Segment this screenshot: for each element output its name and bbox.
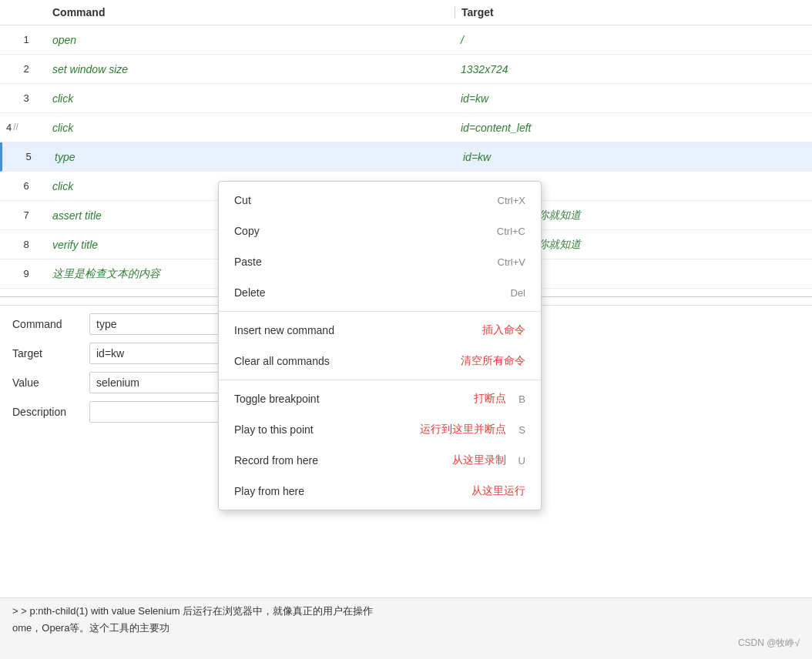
row-command-3: click: [46, 92, 455, 105]
status-line-1: > > p:nth-child(1) with value Selenium 后…: [12, 604, 800, 618]
menu-item-toggle-breakpoint[interactable]: Toggle breakpoint 打断点 B: [219, 383, 541, 414]
table-header: Command Target: [0, 0, 812, 25]
delete-label: Delete: [234, 286, 265, 299]
copy-label: Copy: [234, 225, 260, 237]
record-from-here-right: 从这里录制 U: [452, 453, 525, 467]
col-target-header: Target: [455, 6, 812, 18]
toggle-breakpoint-right: 打断点 B: [474, 392, 525, 406]
toggle-breakpoint-cn: 打断点: [474, 392, 506, 406]
col-command-header: Command: [46, 6, 455, 18]
toggle-breakpoint-label: Toggle breakpoint: [234, 393, 320, 405]
menu-item-paste[interactable]: Paste Ctrl+V: [219, 246, 541, 277]
row-target-4: id=content_left: [455, 122, 812, 134]
menu-divider-2: [219, 380, 541, 380]
insert-label: Insert new command: [234, 324, 334, 336]
table-row[interactable]: 1 open /: [0, 25, 812, 55]
table-row[interactable]: 2 set window size 1332x724: [0, 55, 812, 84]
row-num-3: 3: [0, 92, 46, 104]
watermark: CSDN @牧峥√: [738, 637, 800, 650]
menu-item-clear[interactable]: Clear all commands 清空所有命令: [219, 346, 541, 376]
menu-item-copy[interactable]: Copy Ctrl+C: [219, 216, 541, 246]
paste-shortcut: Ctrl+V: [498, 256, 525, 268]
menu-item-cut[interactable]: Cut Ctrl+X: [219, 185, 541, 216]
row-num-9: 9: [0, 268, 46, 279]
play-to-point-cn: 运行到这里并断点: [420, 423, 506, 437]
command-label: Command: [12, 318, 89, 330]
row-target-2: 1332x724: [455, 63, 812, 75]
menu-item-record-from-here[interactable]: Record from here 从这里录制 U: [219, 445, 541, 476]
row-command-1: open: [46, 34, 455, 46]
copy-shortcut: Ctrl+C: [497, 226, 525, 237]
status-line-2: ome，Opera等。这个工具的主要功: [12, 621, 800, 635]
play-from-here-label: Play from here: [234, 485, 304, 497]
row-num-4: 4 //: [0, 122, 46, 133]
clear-label-cn: 清空所有命令: [461, 354, 525, 368]
row-target-5: id=kw: [457, 151, 812, 163]
row-num-2: 2: [0, 63, 46, 75]
table-row[interactable]: 3 click id=kw: [0, 84, 812, 113]
row-num-7: 7: [0, 209, 46, 221]
row-target-3: id=kw: [455, 92, 812, 105]
menu-item-play-to-point[interactable]: Play to this point 运行到这里并断点 S: [219, 414, 541, 445]
value-label: Value: [12, 376, 89, 389]
record-from-here-label: Record from here: [234, 454, 318, 467]
play-to-point-label: Play to this point: [234, 423, 314, 436]
col-num-header: [0, 6, 46, 18]
play-from-here-cn: 从这里运行: [471, 484, 525, 498]
record-from-here-key: U: [518, 455, 525, 467]
cut-shortcut: Ctrl+X: [498, 195, 525, 206]
row-num-8: 8: [0, 239, 46, 250]
row-num-6: 6: [0, 180, 46, 192]
description-label: Description: [12, 406, 89, 418]
table-row[interactable]: 4 // click id=content_left: [0, 113, 812, 142]
delete-shortcut: Del: [510, 287, 525, 299]
play-to-point-key: S: [518, 424, 525, 436]
menu-item-insert[interactable]: Insert new command 插入命令: [219, 315, 541, 346]
target-label: Target: [12, 347, 89, 360]
cut-label: Cut: [234, 194, 251, 206]
context-menu: Cut Ctrl+X Copy Ctrl+C Paste Ctrl+V Dele…: [218, 181, 542, 510]
table-row-highlighted[interactable]: 5 type id=kw: [0, 142, 812, 172]
menu-item-play-from-here[interactable]: Play from here 从这里运行: [219, 476, 541, 507]
status-text-after: 后运行在浏览器中，就像真正的用户在操作: [183, 605, 373, 617]
row-num-1: 1: [0, 34, 46, 45]
status-prompt-symbol: >: [12, 605, 21, 617]
paste-label: Paste: [234, 256, 262, 268]
status-text-1: > p:nth-child(1) with value Selenium: [21, 605, 180, 617]
status-bar: > > p:nth-child(1) with value Selenium 后…: [0, 597, 812, 659]
menu-divider-1: [219, 311, 541, 312]
row-command-2: set window size: [46, 63, 455, 75]
row-num-5: 5: [2, 151, 49, 162]
menu-item-delete[interactable]: Delete Del: [219, 277, 541, 308]
row-target-1: /: [455, 34, 812, 46]
row-command-4: click: [46, 122, 455, 134]
insert-label-cn: 插入命令: [482, 323, 525, 337]
toggle-breakpoint-key: B: [518, 393, 525, 405]
record-from-here-cn: 从这里录制: [452, 453, 506, 467]
clear-label: Clear all commands: [234, 355, 330, 367]
row-command-5: type: [49, 151, 457, 163]
play-to-point-right: 运行到这里并断点 S: [420, 423, 525, 437]
